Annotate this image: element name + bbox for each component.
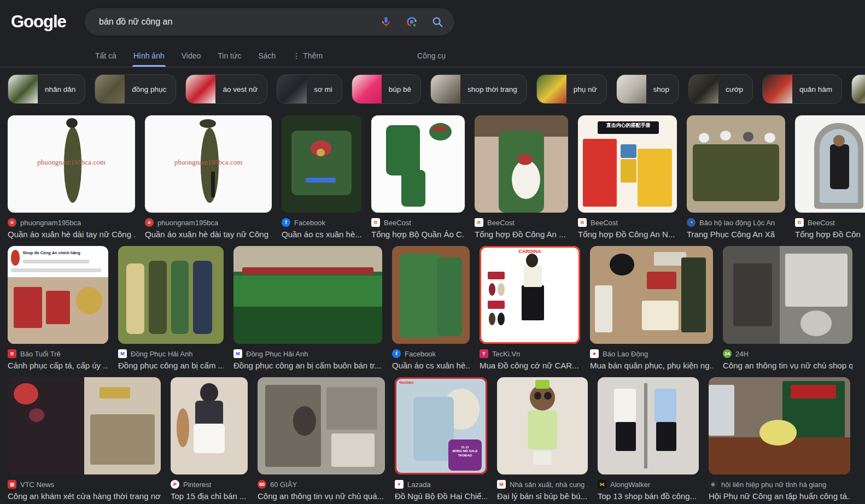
- result-title[interactable]: Mua bán quân phục, phụ kiện ng...: [590, 361, 713, 370]
- thumb-shape: [194, 424, 224, 453]
- result-source[interactable]: ⊕hội liên hiệp phụ nữ tỉnh hà giang: [709, 480, 850, 489]
- result-source[interactable]: TTecKi.Vn: [480, 349, 580, 358]
- result-thumbnail[interactable]: [258, 377, 385, 474]
- result-thumbnail[interactable]: taobao11.11 BÙNG NỔ SALE TAOBAO: [395, 377, 487, 474]
- result-title[interactable]: Đồ Ngủ Bộ Đồ Hai Chiế...: [395, 491, 487, 501]
- chip-sơ-mi[interactable]: sơ mi: [277, 74, 342, 104]
- result-source[interactable]: ★Báo Lao Động: [590, 349, 713, 358]
- result-title[interactable]: Quần áo xuân hè dài tay nữ Công ...: [145, 230, 272, 239]
- thumb-shape: [242, 267, 373, 274]
- google-lens-icon[interactable]: [406, 16, 418, 28]
- tab-thêm[interactable]: ⋮Thêm: [291, 46, 324, 67]
- chip-quân-hàm[interactable]: quân hàm: [762, 74, 842, 104]
- result-source[interactable]: ♥Lazada: [395, 480, 487, 489]
- result-source[interactable]: BBeeCost: [795, 218, 865, 227]
- result-thumbnail[interactable]: [392, 246, 470, 344]
- result-title[interactable]: Đồng phục công an bị cấm buôn bán tr...: [233, 361, 382, 370]
- result-title[interactable]: Mua Đồ công cở nữ CAR...: [480, 361, 580, 370]
- result-thumbnail[interactable]: phuongnam195bca.com: [8, 115, 135, 213]
- tab-tin-tức[interactable]: Tin tức: [217, 46, 242, 67]
- search-input[interactable]: bán đồ nữ công an: [85, 8, 454, 36]
- chip-phụ-nữ[interactable]: phụ nữ: [536, 74, 607, 104]
- result-title[interactable]: Cảnh phục cấp tá, cấp úy ...: [8, 361, 108, 370]
- google-logo[interactable]: Google: [11, 12, 66, 32]
- tools-button[interactable]: Công cụ: [417, 51, 446, 60]
- result-source[interactable]: 6060 GIÂY: [258, 480, 385, 489]
- result-title[interactable]: Công an khám xét cửa hàng thời trang nơ.…: [8, 491, 161, 501]
- chip-áo-vest-nữ[interactable]: áo vest nữ: [185, 74, 267, 104]
- result-title[interactable]: Đại lý bán sỉ búp bê bú...: [497, 491, 588, 501]
- result-source[interactable]: BBeeCost: [475, 218, 568, 227]
- result-thumbnail[interactable]: [687, 115, 785, 213]
- result-title[interactable]: Công an thông tin vụ nữ chủ shop quầ…: [723, 361, 852, 370]
- result-source[interactable]: ▦VTC News: [8, 480, 161, 489]
- result-thumbnail[interactable]: [8, 377, 161, 474]
- result-title[interactable]: Đồng phục công an bị cấm ...: [118, 361, 224, 370]
- chip-đồng-phục[interactable]: đồng phục: [95, 74, 176, 104]
- thumb-shape: [306, 178, 336, 183]
- result-source[interactable]: fFacebook: [392, 349, 470, 358]
- thumb-shape: [400, 254, 440, 338]
- tab-sách[interactable]: Sách: [257, 46, 277, 67]
- result-title[interactable]: Quần áo cs xuân hè...: [392, 361, 470, 370]
- chip-cướp[interactable]: cướp: [688, 74, 753, 104]
- result-thumbnail[interactable]: [497, 377, 588, 474]
- result-source[interactable]: ∗phuongnam195bca: [145, 218, 272, 227]
- result-source[interactable]: ttBáo Tuổi Trẻ: [8, 349, 108, 358]
- result-title[interactable]: Tổng hợp Bộ Quần Áo C...: [371, 230, 465, 239]
- result-thumbnail[interactable]: [371, 115, 465, 213]
- result-source[interactable]: MĐồng Phục Hải Anh: [118, 349, 224, 358]
- result-thumbnail[interactable]: [171, 377, 248, 474]
- result-source[interactable]: ⋈AlongWalker: [598, 480, 699, 489]
- result-thumbnail[interactable]: [282, 115, 361, 213]
- result-title[interactable]: Tổng hợp Đồ Công An ...: [475, 230, 568, 239]
- search-icon[interactable]: [431, 16, 443, 28]
- result-source[interactable]: ◔Bảo hộ lao động Lộc An: [687, 218, 785, 227]
- result-thumbnail[interactable]: CARDINA: [480, 246, 580, 344]
- result-source[interactable]: 2424H: [723, 349, 852, 358]
- result-title[interactable]: Trang Phục Công An Xã: [687, 230, 785, 239]
- tab-tất-cả[interactable]: Tất cả: [94, 46, 118, 67]
- result-title[interactable]: Top 15 địa chỉ bán ...: [171, 491, 248, 501]
- chip-thu-đông[interactable]: thu đông: [851, 74, 865, 104]
- result-thumbnail[interactable]: Shop đồ Công An chính hãng: [8, 246, 108, 344]
- result-thumbnail[interactable]: [709, 377, 850, 474]
- result-title[interactable]: Quần áo xuân hè dài tay nữ Công ...: [8, 230, 135, 239]
- result-thumbnail[interactable]: [598, 377, 699, 474]
- result-source[interactable]: BBeeCost: [371, 218, 465, 227]
- chip-shop-thời-trang[interactable]: shop thời trang: [430, 74, 527, 104]
- result-thumbnail[interactable]: phuongnam195bca.com: [145, 115, 272, 213]
- chip-nhân-dân[interactable]: nhân dân: [8, 74, 85, 104]
- result-title[interactable]: Hội Phụ nữ Công an tập huấn công tá...: [709, 491, 850, 501]
- tab-hình-ảnh[interactable]: Hình ảnh: [132, 46, 166, 67]
- result-source[interactable]: fFacebook: [282, 218, 361, 227]
- result-thumbnail[interactable]: [475, 115, 568, 213]
- result-thumbnail[interactable]: [795, 115, 865, 213]
- tab-video[interactable]: Video: [180, 46, 202, 67]
- result-source[interactable]: PPinterest: [171, 480, 248, 489]
- result-title[interactable]: Tổng hợp Đồ Công An N...: [578, 230, 677, 239]
- result-source[interactable]: MĐồng Phục Hải Anh: [233, 349, 382, 358]
- chip-shop[interactable]: shop: [616, 74, 679, 104]
- thumb-shape: [293, 406, 316, 435]
- result-thumbnail[interactable]: [590, 246, 713, 344]
- result-thumbnail[interactable]: [723, 246, 852, 344]
- source-name: Lazada: [407, 480, 431, 489]
- result-title[interactable]: Quần áo cs xuân hè...: [282, 230, 361, 239]
- result-title[interactable]: Công an thông tin vụ nữ chủ quá...: [258, 491, 385, 501]
- tab-label: Thêm: [303, 51, 323, 60]
- result-thumbnail[interactable]: [118, 246, 224, 344]
- thumb-shape: [833, 135, 845, 146]
- microphone-icon[interactable]: [380, 16, 392, 28]
- source-favicon-icon: M: [497, 480, 506, 489]
- result-thumbnail[interactable]: 直击内心的搭配手册: [578, 115, 677, 213]
- chip-búp-bê[interactable]: búp bê: [352, 74, 421, 104]
- result-title[interactable]: Top 13 shop bán đồ công...: [598, 491, 699, 501]
- chip-thumbnail: [352, 74, 382, 104]
- result-source[interactable]: BBeeCost: [578, 218, 677, 227]
- result-title[interactable]: Tổng hợp Đồ Côn: [795, 230, 865, 239]
- result-thumbnail[interactable]: [233, 246, 382, 344]
- result-source[interactable]: ∗phuongnam195bca: [8, 218, 135, 227]
- thumb-shape: [489, 313, 496, 325]
- result-source[interactable]: MNhà sản xuất, nhà cung ...: [497, 480, 588, 489]
